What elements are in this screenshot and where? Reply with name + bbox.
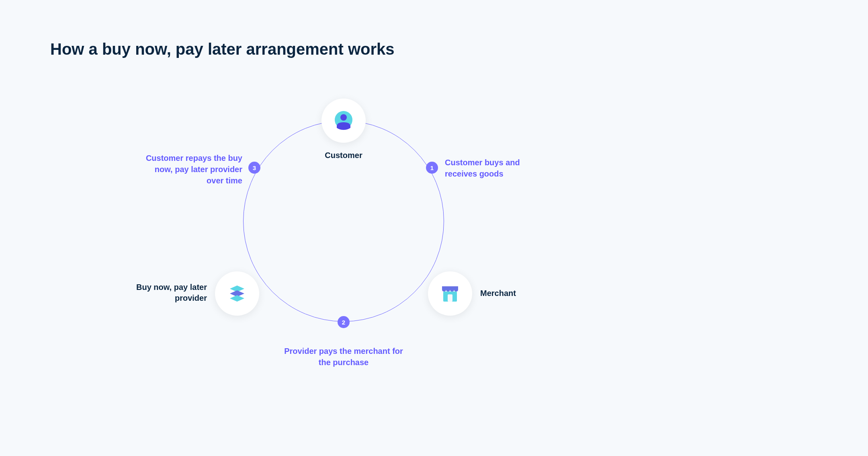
step-1-text: Customer buys and receives goods (445, 157, 541, 179)
merchant-node (428, 271, 472, 316)
customer-icon (332, 109, 356, 133)
flow-diagram: Customer Merchant Buy now, pay later pro… (223, 101, 464, 342)
diagram-title: How a buy now, pay later arrangement wor… (50, 40, 395, 58)
merchant-label: Merchant (480, 289, 516, 298)
provider-label: Buy now, pay later provider (127, 282, 207, 304)
merchant-icon (438, 281, 462, 306)
customer-label: Customer (325, 151, 362, 160)
customer-node (321, 99, 366, 143)
provider-icon (225, 281, 249, 306)
step-2-badge: 2 (338, 316, 350, 328)
step-2-text: Provider pays the merchant for the purch… (279, 345, 408, 368)
step-3-badge: 3 (248, 162, 260, 174)
svg-rect-3 (448, 294, 452, 302)
provider-node (215, 271, 259, 316)
svg-point-1 (340, 114, 347, 121)
step-3-text: Customer repays the buy now, pay later p… (138, 152, 242, 186)
step-1-badge: 1 (426, 162, 438, 174)
